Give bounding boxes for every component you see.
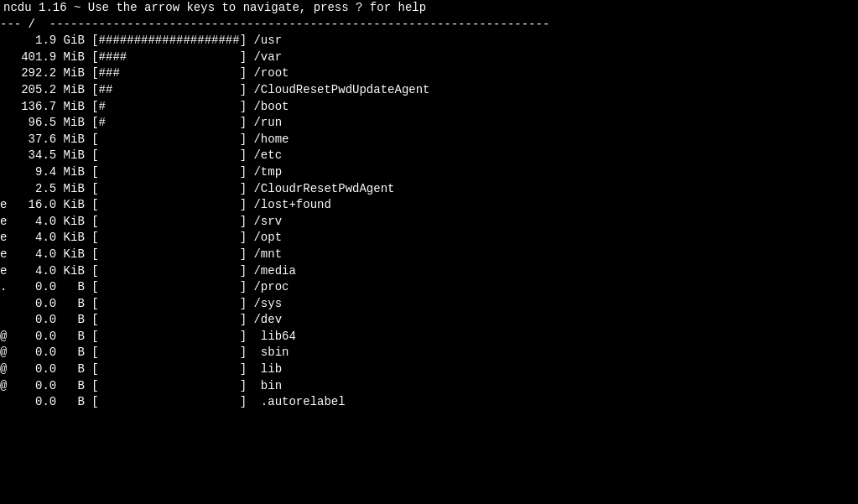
title-bar: ncdu 1.16 ~ Use the arrow keys to naviga… — [0, 0, 858, 17]
table-row: 401.9 MiB [#### ] /var — [0, 49, 858, 66]
table-row: @ 0.0 B [ ] sbin — [0, 345, 858, 361]
table-row: 0.0 B [ ] .autorelabel — [0, 394, 858, 411]
separator: --- / ----------------------------------… — [0, 17, 858, 34]
table-row: 9.4 MiB [ ] /tmp — [0, 164, 858, 181]
table-row: 292.2 MiB [### ] /root — [0, 65, 858, 82]
table-row: e 4.0 KiB [ ] /opt — [0, 230, 858, 247]
table-row: 1.9 GiB [####################] /usr — [0, 33, 858, 49]
table-row: . 0.0 B [ ] /proc — [0, 279, 858, 296]
rows-container: 1.9 GiB [####################] /usr 401.… — [0, 33, 858, 411]
table-row: @ 0.0 B [ ] lib — [0, 361, 858, 378]
table-row: 0.0 B [ ] /sys — [0, 296, 858, 313]
table-row: 2.5 MiB [ ] /CloudrResetPwdAgent — [0, 181, 858, 198]
table-row: e 16.0 KiB [ ] /lost+found — [0, 197, 858, 214]
table-row: e 4.0 KiB [ ] /srv — [0, 214, 858, 231]
table-row: 205.2 MiB [## ] /CloudResetPwdUpdateAgen… — [0, 82, 858, 99]
table-row: @ 0.0 B [ ] bin — [0, 378, 858, 395]
table-row: e 4.0 KiB [ ] /media — [0, 263, 858, 280]
table-row: @ 0.0 B [ ] lib64 — [0, 329, 858, 346]
terminal: ncdu 1.16 ~ Use the arrow keys to naviga… — [0, 0, 858, 504]
table-row: e 4.0 KiB [ ] /mnt — [0, 247, 858, 263]
table-row: 0.0 B [ ] /dev — [0, 312, 858, 329]
table-row: 96.5 MiB [# ] /run — [0, 115, 858, 132]
table-row: 37.6 MiB [ ] /home — [0, 132, 858, 148]
table-row: 34.5 MiB [ ] /etc — [0, 148, 858, 164]
table-row: 136.7 MiB [# ] /boot — [0, 99, 858, 116]
